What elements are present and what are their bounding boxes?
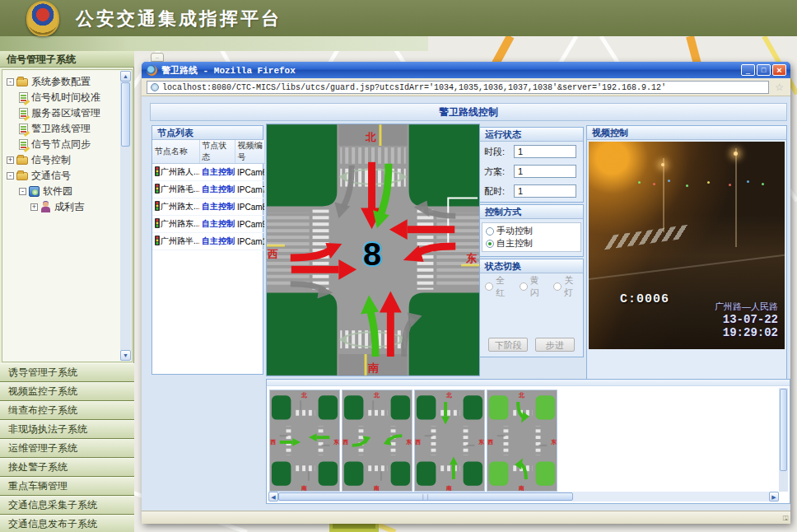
scroll-right-icon[interactable]: ▶ [769,492,779,502]
radio-icon[interactable] [486,227,494,236]
crosswalk-markings [604,225,688,250]
next-stage-button[interactable]: 下阶段 [488,338,528,352]
west-label: 西 [267,248,278,260]
phase-thumbnail-4[interactable]: 北南 西东 [487,390,557,492]
table-row[interactable]: 广州路毛... 自主控制 IPCam7 [152,181,264,198]
subsystem-item[interactable]: 运维管理子系统 [0,439,134,458]
node-status-link[interactable]: 自主控制 [199,181,235,198]
tree-item-label: 软件园 [43,184,72,198]
tree-item-leaf[interactable]: 信号节点同步 [2,137,132,152]
radio-icon[interactable] [520,282,528,291]
traffic-light-icon [155,201,160,211]
svg-text:东: 东 [405,439,412,446]
traffic-light-icon [155,184,160,194]
table-row[interactable]: 广州路半... 自主控制 IPCam10 [152,233,264,250]
traffic-light-icon [155,166,160,176]
run-status-panel: 运行状态 时段:1 方案:1 配时:1 [479,127,584,203]
node-status-link[interactable]: 自主控制 [199,198,235,216]
phase-thumbnail-1[interactable]: 北南 西东 [269,390,340,492]
window-title: 警卫路线 - Mozilla Firefox [161,64,296,77]
scroll-left-icon[interactable]: ◀ [268,492,278,502]
phase-thumbnail-2[interactable]: 北南 西东 [342,390,412,492]
radio-icon-selected[interactable] [486,240,494,248]
person-icon [40,202,51,212]
radio-label: 手动控制 [496,225,533,237]
node-video: IPCam7 [235,181,264,198]
table-row[interactable]: 广州路人... 自主控制 IPCam6 [152,164,264,181]
table-row[interactable]: 广州路东... 自主控制 IPCam9 [152,216,264,233]
scroll-down-icon[interactable]: ▼ [120,350,131,361]
node-name: 广州路半... [161,236,199,245]
vertical-scrollbar[interactable] [779,388,788,492]
collapse-icon[interactable] [7,172,14,180]
maximize-button[interactable]: □ [757,64,771,76]
tree-item-person[interactable]: 成利吉 [2,199,132,215]
tree-item-label: 服务器区域管理 [31,106,100,120]
resize-grip[interactable]: ◫ [781,514,789,522]
tree-item-leaf[interactable]: 信号机时间校准 [2,90,132,105]
tree-item-leaf[interactable]: 服务器区域管理 [2,105,132,121]
close-button[interactable]: × [772,64,786,76]
minimize-button[interactable]: _ [741,64,755,76]
address-input[interactable]: localhost:8080/CTC-MICS/libs/utcs/guard.… [147,81,769,94]
all-red-radio[interactable]: 全红 [485,280,510,292]
timing-input[interactable]: 1 [514,184,576,198]
node-status-link[interactable]: 自主控制 [199,216,235,233]
radio-icon[interactable] [553,282,562,291]
phase-thumbnail-3[interactable]: 北南 西东 [414,390,485,492]
subsystem-item[interactable]: 缉查布控子系统 [0,401,134,420]
distant-lights [638,181,641,184]
document-icon [19,139,28,150]
horizontal-scrollbar[interactable]: ◀ | | ▶ [268,492,779,502]
south-label: 南 [367,362,379,374]
plan-input[interactable]: 1 [514,165,576,178]
sidebar-tree: 系统参数配置 信号机时间校准 服务器区域管理 警卫路线管理 信号节点同步 信号控… [2,69,133,362]
subsystem-item[interactable]: 交通信息采集子系统 [0,496,134,515]
node-status-link[interactable]: 自主控制 [199,164,235,181]
node-video: IPCam8 [235,198,264,216]
subsystem-item[interactable]: 非现场执法子系统 [0,420,134,439]
scrollbar-thumb[interactable] [121,82,130,147]
svg-text:南: 南 [373,485,380,492]
tree-item-leaf[interactable]: 警卫路线管理 [2,121,132,137]
subsystem-item[interactable]: 交通信息发布子系统 [0,515,134,532]
yellow-flash-radio[interactable]: 黄闪 [520,280,544,292]
document-icon [19,108,28,119]
scrollbar-thumb[interactable] [780,389,787,471]
subsystem-item[interactable]: 重点车辆管理 [0,477,134,496]
state-switch-panel: 状态切换 全红 黄闪 关灯 下阶段 步进 [479,259,584,357]
map-tab[interactable]: .. [151,53,164,62]
collapse-icon[interactable] [7,78,14,86]
cctv-video-feed: C:0006 广州路—人民路 13-07-22 19:29:02 [589,142,785,349]
radio-label: 自主控制 [496,237,533,250]
tree-scrollbar[interactable]: ▲ ▼ [120,71,131,361]
subsystem-item[interactable]: 接处警子系统 [0,458,134,477]
radio-icon[interactable] [485,282,493,291]
bookmark-star-icon[interactable]: ☆ [775,82,784,93]
period-input[interactable]: 1 [514,145,576,158]
page-title: 警卫路线控制 [150,103,787,121]
col-node-name[interactable]: 节点名称 [152,140,199,164]
tree-item-site[interactable]: 软件园 [2,184,132,199]
col-video-id[interactable]: 视频编号 [235,140,264,164]
tree-item-folder[interactable]: 系统参数配置 [2,74,132,90]
step-button[interactable]: 步进 [535,338,575,352]
col-node-status[interactable]: 节点状态 [199,140,235,164]
collapse-icon[interactable] [19,188,26,195]
svg-text:北: 北 [373,392,380,399]
auto-control-radio[interactable]: 自主控制 [486,237,577,250]
expand-icon[interactable] [30,203,38,211]
tree-item-folder[interactable]: 信号控制 [2,152,132,168]
expand-icon[interactable] [7,156,14,164]
table-row[interactable]: 广州路太... 自主控制 IPCam8 [152,198,264,216]
node-status-link[interactable]: 自主控制 [199,233,235,250]
scroll-up-icon[interactable]: ▲ [120,71,131,82]
window-titlebar[interactable]: 警卫路线 - Mozilla Firefox _ □ × [142,62,790,78]
scrollbar-thumb[interactable]: | | [278,492,573,501]
manual-control-radio[interactable]: 手动控制 [486,225,577,237]
subsystem-item[interactable]: 视频监控子系统 [0,382,134,401]
camera-meta-overlay: 广州路—人民路 13-07-22 19:29:02 [715,301,778,339]
subsystem-item[interactable]: 诱导管理子系统 [0,363,134,382]
tree-item-folder[interactable]: 交通信号 [2,168,132,184]
lights-off-radio[interactable]: 关灯 [553,280,578,292]
